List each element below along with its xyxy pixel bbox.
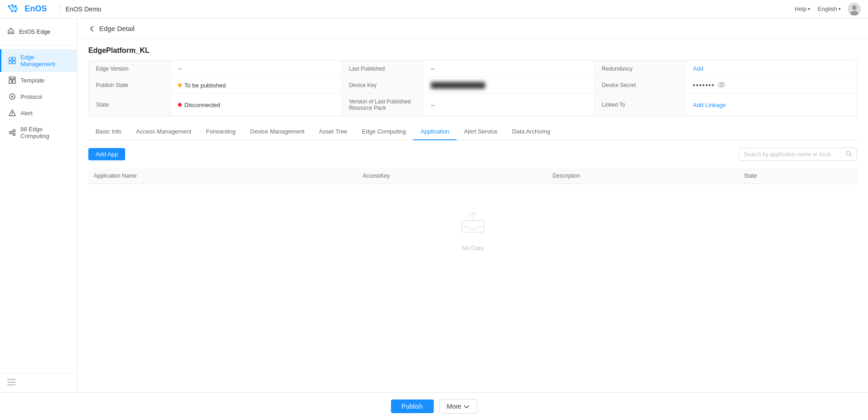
add-linkage-link[interactable]: Add Linkage bbox=[693, 102, 726, 108]
svg-rect-11 bbox=[9, 57, 12, 60]
tab-alert-service[interactable]: Alert Service bbox=[457, 123, 505, 140]
protocol-icon bbox=[9, 93, 16, 100]
help-menu[interactable]: Help ▾ bbox=[795, 5, 811, 12]
menu-icon[interactable] bbox=[7, 380, 15, 387]
toolbar: Add App Search by application name or Ac… bbox=[88, 148, 857, 161]
edge-management-icon bbox=[9, 57, 16, 64]
svg-point-3 bbox=[10, 7, 12, 10]
content-area: Edge Detail EdgePlatform_KL Edge Version… bbox=[77, 18, 868, 392]
search-box[interactable]: Search by application name or Acce bbox=[739, 148, 857, 161]
col-header-access-key: AccessKey bbox=[357, 168, 547, 184]
chevron-down-icon bbox=[464, 403, 469, 410]
page-header: Edge Detail bbox=[77, 18, 868, 39]
svg-point-4 bbox=[13, 6, 15, 9]
last-published-pack-value: -- bbox=[424, 94, 595, 116]
tab-device-management[interactable]: Device Management bbox=[243, 123, 312, 140]
application-tab-content: Add App Search by application name or Ac… bbox=[77, 140, 868, 392]
tab-access-management[interactable]: Access Management bbox=[129, 123, 198, 140]
tab-asset-tree[interactable]: Asset Tree bbox=[312, 123, 355, 140]
avatar[interactable] bbox=[848, 3, 861, 15]
svg-line-26 bbox=[12, 133, 13, 134]
state-dot bbox=[178, 103, 182, 107]
svg-point-22 bbox=[10, 132, 12, 134]
header-divider bbox=[60, 5, 60, 14]
tab-basic-info[interactable]: Basic Info bbox=[88, 123, 129, 140]
tab-forwarding[interactable]: Forwarding bbox=[199, 123, 243, 140]
sidebar-item-edge-computing[interactable]: 88 Edge Computing bbox=[0, 121, 77, 144]
edge-version-value: -- bbox=[171, 61, 342, 77]
chevron-down-icon: ▾ bbox=[838, 6, 841, 11]
edge-name: EdgePlatform_KL bbox=[77, 39, 868, 60]
sidebar: EnOS Edge Edge Management bbox=[0, 18, 77, 392]
add-redundancy-link[interactable]: Add bbox=[693, 65, 703, 72]
svg-point-1 bbox=[11, 4, 14, 6]
sidebar-home[interactable]: EnOS Edge bbox=[0, 24, 77, 40]
toggle-secret-icon[interactable] bbox=[718, 82, 725, 89]
no-data-icon bbox=[458, 211, 487, 239]
device-secret-label: Device Secret bbox=[594, 77, 685, 93]
svg-line-33 bbox=[850, 155, 852, 157]
svg-rect-14 bbox=[13, 61, 15, 64]
secret-dots: ••••••• bbox=[693, 82, 715, 89]
sidebar-item-edge-management[interactable]: Edge Management bbox=[0, 49, 77, 72]
more-button[interactable]: More bbox=[439, 399, 477, 414]
svg-point-2 bbox=[15, 5, 17, 7]
home-icon bbox=[7, 27, 15, 36]
info-row-2: Publish State To be published Device Key… bbox=[89, 77, 857, 94]
sidebar-top: EnOS Edge bbox=[0, 18, 77, 46]
redundancy-value: Add bbox=[685, 61, 857, 77]
logo-text: EnOS bbox=[25, 4, 47, 14]
empty-state: No Data bbox=[88, 184, 857, 279]
svg-point-21 bbox=[12, 114, 13, 115]
device-key-blurred: ██████████████ bbox=[431, 82, 485, 88]
device-key-label: Device Key bbox=[342, 77, 424, 93]
sidebar-item-template[interactable]: Template bbox=[0, 72, 77, 88]
logo-icon bbox=[7, 4, 23, 14]
avatar-icon bbox=[848, 3, 861, 15]
add-app-button[interactable]: Add App bbox=[88, 148, 125, 160]
info-row-3: State Disconnected Version of Last Publi… bbox=[89, 94, 857, 116]
tab-application[interactable]: Application bbox=[413, 123, 457, 140]
col-header-state: State bbox=[739, 168, 857, 184]
svg-line-25 bbox=[12, 131, 13, 132]
last-published-label: Last Published bbox=[342, 61, 424, 77]
page-title: Edge Detail bbox=[99, 25, 135, 32]
sidebar-item-alert[interactable]: Alert bbox=[0, 105, 77, 121]
svg-rect-15 bbox=[9, 77, 15, 79]
sidebar-item-protocol[interactable]: Protocol bbox=[0, 88, 77, 105]
tab-edge-computing[interactable]: Edge Computing bbox=[355, 123, 413, 140]
svg-rect-12 bbox=[13, 57, 15, 60]
col-header-description: Description bbox=[547, 168, 739, 184]
svg-point-7 bbox=[15, 10, 17, 12]
last-published-pack-label: Version of Last Published Resource Pack bbox=[342, 94, 424, 116]
svg-rect-16 bbox=[9, 80, 12, 83]
enos-logo: EnOS bbox=[7, 4, 47, 14]
svg-point-31 bbox=[720, 84, 722, 86]
back-button[interactable] bbox=[88, 25, 96, 32]
publish-state-dot bbox=[178, 83, 182, 87]
linked-to-label: Linked To bbox=[594, 94, 685, 116]
last-published-value: -- bbox=[424, 61, 595, 77]
svg-rect-17 bbox=[13, 80, 15, 83]
language-selector[interactable]: English ▾ bbox=[817, 5, 841, 12]
device-secret-value: ••••••• bbox=[685, 77, 857, 93]
edge-computing-icon bbox=[9, 129, 16, 136]
alert-icon bbox=[9, 109, 16, 117]
top-header: EnOS EnOS Demo Help ▾ English ▾ bbox=[0, 0, 868, 18]
publish-state-label: Publish State bbox=[89, 77, 171, 93]
svg-point-5 bbox=[16, 7, 18, 10]
svg-point-9 bbox=[852, 5, 857, 10]
svg-point-23 bbox=[13, 130, 15, 132]
logo-area: EnOS bbox=[7, 4, 47, 14]
chevron-down-icon: ▾ bbox=[808, 6, 810, 11]
svg-point-19 bbox=[11, 96, 13, 97]
tab-data-archiving[interactable]: Data Archiving bbox=[505, 123, 558, 140]
edge-version-label: Edge Version bbox=[89, 61, 171, 77]
svg-rect-13 bbox=[9, 61, 12, 64]
linked-to-value: Add Linkage bbox=[685, 94, 857, 116]
state-label: State bbox=[89, 94, 171, 116]
publish-button[interactable]: Publish bbox=[391, 400, 434, 413]
publish-state-value: To be published bbox=[171, 77, 342, 93]
info-table: Edge Version -- Last Published -- Redund… bbox=[88, 60, 857, 116]
search-icon bbox=[846, 150, 852, 158]
